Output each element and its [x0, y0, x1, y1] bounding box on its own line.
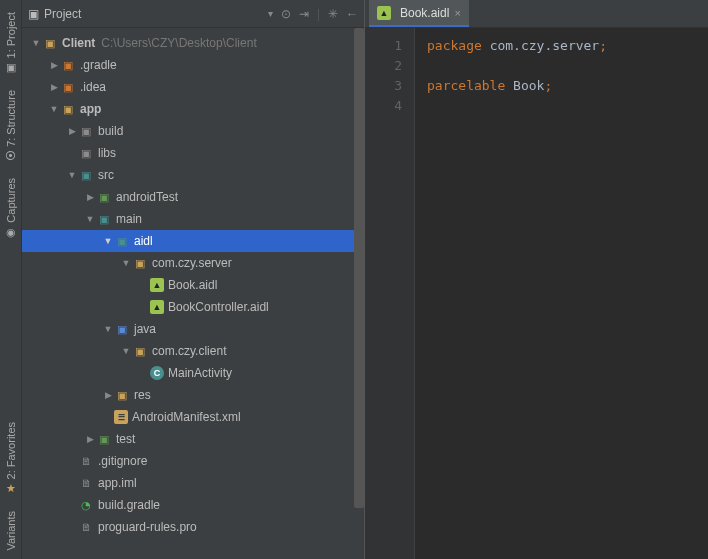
- favorites-icon: ★: [6, 482, 16, 495]
- project-view-label[interactable]: Project: [44, 7, 81, 21]
- folder-yellow-icon: ▣: [60, 101, 76, 117]
- scrollbar[interactable]: [354, 28, 364, 559]
- editor-tab-bar: ▲ Book.aidl ×: [365, 0, 708, 28]
- tree-row[interactable]: ▼▣aidl: [22, 230, 364, 252]
- caret-closed-icon[interactable]: ▶: [48, 60, 60, 70]
- tree-row[interactable]: CMainActivity: [22, 362, 364, 384]
- tree-row[interactable]: ▣libs: [22, 142, 364, 164]
- caret-open-icon[interactable]: ▼: [120, 258, 132, 268]
- tab-project[interactable]: ▣1: Project: [3, 4, 19, 82]
- caret-closed-icon[interactable]: ▶: [84, 192, 96, 202]
- android-icon: ▲: [150, 300, 164, 314]
- editor: ▲ Book.aidl × 1 2 3 4 package com.czy.se…: [365, 0, 708, 559]
- folder-teal-icon: ▣: [78, 167, 94, 183]
- tree-row[interactable]: 🗎proguard-rules.pro: [22, 516, 364, 538]
- tab-structure[interactable]: ⦿7: Structure: [3, 82, 19, 170]
- tree-row[interactable]: ▶▣build: [22, 120, 364, 142]
- tree-label: test: [116, 432, 135, 446]
- caret-closed-icon[interactable]: ▶: [102, 390, 114, 400]
- tree-label: res: [134, 388, 151, 402]
- caret-open-icon[interactable]: ▼: [48, 104, 60, 114]
- tree-row[interactable]: ▶▣test: [22, 428, 364, 450]
- project-panel-header: ▣ Project ▾ ⊙ ⇥ | ✳ ←: [22, 0, 364, 28]
- tree-row[interactable]: ▼▣app: [22, 98, 364, 120]
- tree-row[interactable]: 🗎.gitignore: [22, 450, 364, 472]
- tree-label: androidTest: [116, 190, 178, 204]
- folder-gray-icon: ▣: [78, 123, 94, 139]
- tree-row[interactable]: ▶▣androidTest: [22, 186, 364, 208]
- folder-teal-icon: ▣: [96, 211, 112, 227]
- tree-row[interactable]: ▶▣res: [22, 384, 364, 406]
- caret-open-icon[interactable]: ▼: [102, 324, 114, 334]
- tab-favorites[interactable]: ★2: Favorites: [3, 414, 19, 503]
- android-icon: ▲: [150, 278, 164, 292]
- folder-yellow-icon: ▣: [132, 255, 148, 271]
- tree-row[interactable]: 🗎app.iml: [22, 472, 364, 494]
- tree-row[interactable]: ▲Book.aidl: [22, 274, 364, 296]
- tree-label: .gitignore: [98, 454, 147, 468]
- folder-yellow-icon: ▣: [42, 35, 58, 51]
- project-view-icon: ▣: [28, 7, 39, 21]
- tree-label: aidl: [134, 234, 153, 248]
- tree-label: app.iml: [98, 476, 137, 490]
- collapse-icon[interactable]: ⊙: [281, 7, 291, 21]
- tree-row[interactable]: ▼▣main: [22, 208, 364, 230]
- code-text[interactable]: package com.czy.server; parcelable Book;: [415, 28, 607, 559]
- folder-teal-icon: ▣: [114, 233, 130, 249]
- tree-row[interactable]: ▶▣.gradle: [22, 54, 364, 76]
- folder-yellow-icon: ▣: [114, 387, 130, 403]
- tool-window-tabs: ▣1: Project ⦿7: Structure ◉Captures ★2: …: [0, 0, 22, 559]
- caret-open-icon[interactable]: ▼: [66, 170, 78, 180]
- tree-label: libs: [98, 146, 116, 160]
- caret-closed-icon[interactable]: ▶: [48, 82, 60, 92]
- tree-row[interactable]: ☰AndroidManifest.xml: [22, 406, 364, 428]
- caret-open-icon[interactable]: ▼: [102, 236, 114, 246]
- tree-label: AndroidManifest.xml: [132, 410, 241, 424]
- gutter: 1 2 3 4: [365, 28, 415, 559]
- tree-row[interactable]: ▶▣.idea: [22, 76, 364, 98]
- tree-label: java: [134, 322, 156, 336]
- tab-captures[interactable]: ◉Captures: [3, 170, 19, 247]
- code-area[interactable]: 1 2 3 4 package com.czy.server; parcelab…: [365, 28, 708, 559]
- tree-row[interactable]: ▼▣com.czy.server: [22, 252, 364, 274]
- tree-label: build: [98, 124, 123, 138]
- kotlin-c-icon: C: [150, 366, 164, 380]
- tree-label: build.gradle: [98, 498, 160, 512]
- folder-blue-icon: ▣: [114, 321, 130, 337]
- file-icon: 🗎: [78, 519, 94, 535]
- folder-gray-icon: ▣: [78, 145, 94, 161]
- hide-icon[interactable]: ←: [346, 7, 358, 21]
- caret-open-icon[interactable]: ▼: [120, 346, 132, 356]
- tree-row[interactable]: ▲BookController.aidl: [22, 296, 364, 318]
- xmlico-icon: ☰: [114, 410, 128, 424]
- dropdown-icon[interactable]: ▾: [268, 8, 273, 19]
- tree-label: .gradle: [80, 58, 117, 72]
- tree-label: com.czy.client: [152, 344, 226, 358]
- tree-label: .idea: [80, 80, 106, 94]
- tree-label: Book.aidl: [168, 278, 217, 292]
- file-icon: 🗎: [78, 453, 94, 469]
- scroll-from-source-icon[interactable]: ⇥: [299, 7, 309, 21]
- tree-row[interactable]: ▼▣java: [22, 318, 364, 340]
- gear-icon[interactable]: ✳: [328, 7, 338, 21]
- captures-icon: ◉: [6, 226, 16, 239]
- tree-label: MainActivity: [168, 366, 232, 380]
- tree-label: com.czy.server: [152, 256, 232, 270]
- caret-open-icon[interactable]: ▼: [84, 214, 96, 224]
- tree-row[interactable]: ◔build.gradle: [22, 494, 364, 516]
- tree-row[interactable]: ▼▣com.czy.client: [22, 340, 364, 362]
- tree-label: main: [116, 212, 142, 226]
- tree-row[interactable]: ▼▣ClientC:\Users\CZY\Desktop\Client: [22, 32, 364, 54]
- caret-closed-icon[interactable]: ▶: [66, 126, 78, 136]
- file-icon: 🗎: [78, 475, 94, 491]
- tab-variants[interactable]: Variants: [3, 503, 19, 559]
- gradle-icon: ◔: [78, 497, 94, 513]
- folder-orange-icon: ▣: [60, 79, 76, 95]
- caret-open-icon[interactable]: ▼: [30, 38, 42, 48]
- tree-row[interactable]: ▼▣src: [22, 164, 364, 186]
- editor-tab-book-aidl[interactable]: ▲ Book.aidl ×: [369, 0, 469, 27]
- folder-green-icon: ▣: [96, 189, 112, 205]
- close-icon[interactable]: ×: [454, 7, 460, 19]
- folder-yellow-icon: ▣: [132, 343, 148, 359]
- caret-closed-icon[interactable]: ▶: [84, 434, 96, 444]
